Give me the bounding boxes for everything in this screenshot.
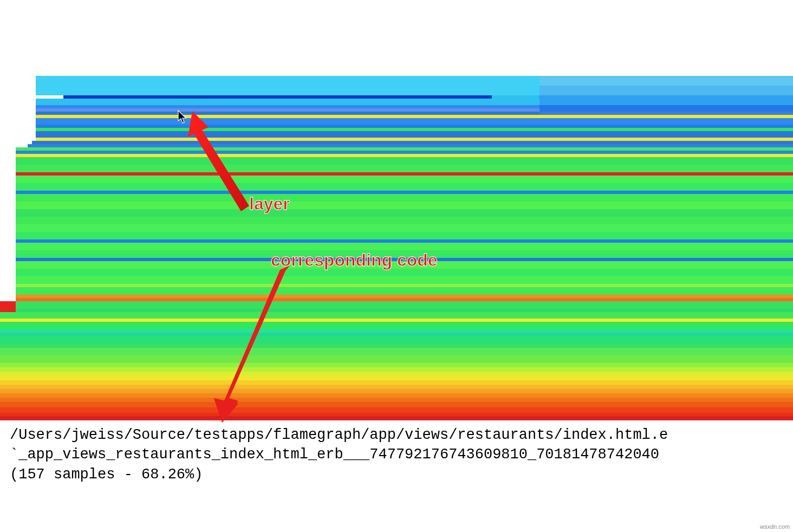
annotation-label-layer: layer (249, 194, 290, 214)
code-path: /Users/jweiss/Source/testapps/flamegraph… (10, 427, 668, 443)
code-samples: (157 samples - 68.26%) (10, 466, 203, 483)
code-method: `_app_views_restaurants_index_html_erb__… (10, 446, 659, 463)
annotation-label-corresponding-code: corresponding code (271, 250, 438, 270)
mouse-cursor-icon (178, 110, 187, 124)
flamegraph-container[interactable] (0, 0, 793, 423)
flamegraph-top-frames[interactable] (35, 5, 790, 98)
annotation-arrow-code (214, 265, 295, 423)
code-path-block: /Users/jweiss/Source/testapps/flamegraph… (10, 425, 790, 484)
watermark: wsxdn.com (760, 523, 790, 530)
annotation-arrow-layer (187, 111, 252, 214)
